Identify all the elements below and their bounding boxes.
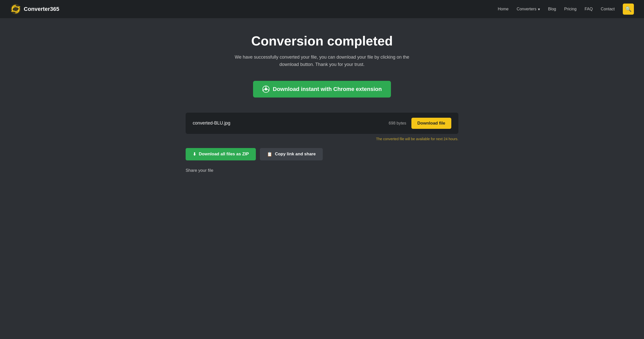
- chevron-down-icon: ▾: [538, 7, 540, 12]
- file-section: converted-BLU.jpg 698 bytes Download fil…: [186, 113, 458, 173]
- chrome-extension-label: Download instant with Chrome extension: [273, 86, 382, 92]
- copy-link-button[interactable]: 📋 Copy link and share: [260, 148, 323, 160]
- nav-item-contact[interactable]: Contact: [601, 7, 615, 11]
- brand-logo-link[interactable]: Converter365: [10, 4, 59, 15]
- brand-logo-icon: [10, 4, 21, 15]
- copy-icon: 📋: [267, 152, 272, 157]
- navbar: Converter365 Home Converters ▾ Blog Pric…: [0, 0, 644, 18]
- page-subtitle: We have successfully converted your file…: [234, 54, 410, 68]
- bottom-actions: ⬇ Download all files as ZIP 📋 Copy link …: [186, 148, 458, 160]
- download-file-button[interactable]: Download file: [411, 118, 452, 129]
- file-row: converted-BLU.jpg 698 bytes Download fil…: [186, 113, 458, 134]
- chrome-icon: [262, 85, 270, 93]
- nav-item-blog[interactable]: Blog: [548, 7, 556, 11]
- nav-menu: Home Converters ▾ Blog Pricing FAQ Conta…: [498, 4, 634, 15]
- nav-item-converters[interactable]: Converters ▾: [517, 7, 540, 12]
- chrome-extension-button[interactable]: Download instant with Chrome extension: [253, 81, 391, 98]
- search-icon: 🔍: [625, 6, 632, 12]
- svg-point-2: [265, 88, 267, 90]
- copy-link-label: Copy link and share: [275, 152, 316, 157]
- file-size: 698 bytes: [389, 121, 406, 126]
- availability-notice: The converted file will be available for…: [186, 137, 458, 141]
- share-label: Share your file: [186, 168, 458, 173]
- zip-download-label: Download all files as ZIP: [199, 152, 249, 157]
- page-title: Conversion completed: [251, 33, 393, 49]
- nav-item-faq[interactable]: FAQ: [585, 7, 593, 11]
- search-button[interactable]: 🔍: [623, 4, 634, 15]
- download-icon: ⬇: [193, 152, 196, 157]
- zip-download-button[interactable]: ⬇ Download all files as ZIP: [186, 148, 256, 160]
- brand-name: Converter365: [24, 6, 59, 12]
- nav-item-pricing[interactable]: Pricing: [564, 7, 577, 11]
- file-name: converted-BLU.jpg: [193, 120, 230, 126]
- main-content: Conversion completed We have successfull…: [0, 18, 644, 183]
- file-meta: 698 bytes Download file: [389, 118, 451, 129]
- nav-item-home[interactable]: Home: [498, 7, 509, 11]
